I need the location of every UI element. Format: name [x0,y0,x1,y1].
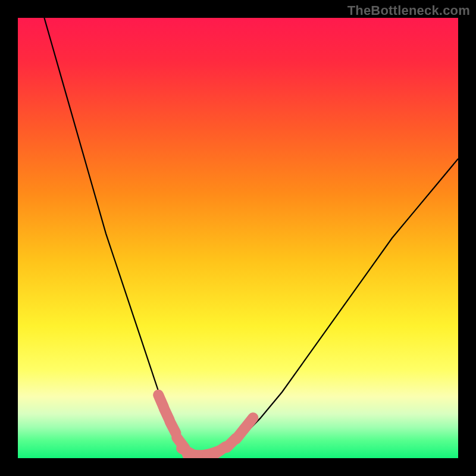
chart-frame: TheBottleneck.com [0,0,476,476]
curve-marker [245,418,253,428]
plot-area [18,18,458,458]
chart-svg [18,18,458,458]
watermark-text: TheBottleneck.com [347,3,470,18]
curve-marker [170,421,176,433]
